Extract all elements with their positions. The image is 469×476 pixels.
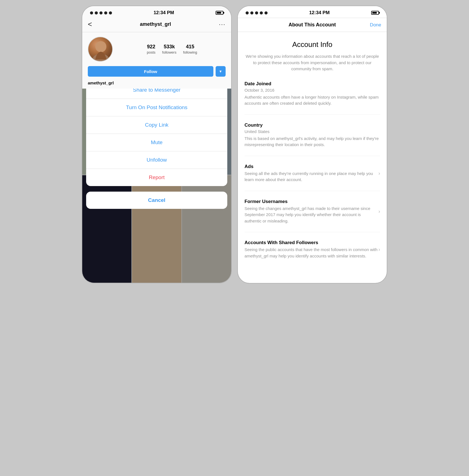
profile-name: amethyst_grl (82, 81, 231, 89)
stat-posts-label: posts (147, 50, 156, 54)
ads-body: Seeing all the ads they're currently run… (245, 171, 378, 183)
former-usernames-row: Former Usernames Seeing the changes amet… (245, 199, 380, 224)
bottom-sheet: About This Account Share to Messenger Tu… (82, 62, 231, 283)
stat-followers-number: 533k (164, 44, 175, 50)
rdot-2 (250, 11, 253, 14)
follow-button[interactable]: Follow (88, 66, 213, 77)
stat-posts: 922 posts (147, 44, 156, 54)
dot-2 (95, 11, 98, 14)
battery-left (216, 11, 223, 15)
info-country: Country United States This is based on a… (245, 122, 380, 156)
signal-dots-right (246, 11, 268, 14)
rdot-1 (246, 11, 249, 14)
battery-fill-left (217, 12, 221, 14)
sheet-item-notifications[interactable]: Turn On Post Notifications (86, 99, 227, 116)
shared-followers-text: Accounts With Shared Followers Seeing th… (245, 240, 378, 259)
date-joined-body: Authentic accounts often have a longer h… (245, 94, 380, 107)
dot-5 (109, 11, 112, 14)
shared-followers-chevron-icon: › (378, 247, 380, 252)
info-former-usernames[interactable]: Former Usernames Seeing the changes amet… (245, 199, 380, 232)
account-info-title: Account Info (245, 40, 380, 49)
ads-chevron-icon: › (378, 171, 380, 176)
right-phone: 12:34 PM About This Account Done Account… (237, 6, 387, 284)
done-button[interactable]: Done (370, 22, 381, 28)
dot-1 (90, 11, 93, 14)
info-shared-followers[interactable]: Accounts With Shared Followers Seeing th… (245, 240, 380, 267)
battery-right (371, 11, 379, 15)
more-button[interactable]: ··· (219, 21, 226, 28)
sheet-cancel: Cancel (86, 192, 227, 209)
stat-followers: 533k followers (162, 44, 176, 54)
date-joined-value: October 3, 2016 (245, 88, 380, 92)
country-body: This is based on amethyst_grl's activity… (245, 136, 380, 148)
sheet-item-unfollow[interactable]: Unfollow (86, 151, 227, 169)
stats-row: 922 posts 533k followers 415 following (118, 44, 226, 54)
battery-icon-left (216, 11, 223, 15)
time-right: 12:34 PM (309, 10, 330, 16)
status-bar-left: 12:34 PM (82, 6, 231, 18)
stat-following: 415 following (183, 44, 197, 54)
shared-followers-row: Accounts With Shared Followers Seeing th… (245, 240, 380, 259)
shared-followers-body: Seeing the public accounts that have the… (245, 247, 378, 259)
back-button[interactable]: < (88, 20, 92, 29)
dropdown-button[interactable]: ▾ (216, 66, 226, 77)
cancel-button[interactable]: Cancel (86, 192, 227, 209)
country-heading: Country (245, 122, 380, 128)
svg-point-0 (95, 41, 106, 52)
stat-followers-label: followers (162, 50, 176, 54)
left-phone: 12:34 PM < amethyst_grl ··· (82, 6, 232, 283)
info-date-joined: Date Joined October 3, 2016 Authentic ac… (245, 81, 380, 115)
avatar-image (88, 37, 112, 61)
dot-3 (99, 11, 103, 14)
avatar (88, 37, 113, 62)
ads-row: Ads Seeing all the ads they're currently… (245, 164, 380, 183)
rdot-5 (265, 11, 268, 14)
ads-heading: Ads (245, 164, 378, 169)
sheet-item-copy-link[interactable]: Copy Link (86, 116, 227, 134)
about-content: Account Info We're showing you informati… (238, 32, 387, 283)
nav-username: amethyst_grl (140, 21, 171, 27)
right-nav-bar: About This Account Done (238, 18, 387, 32)
stat-following-number: 415 (186, 44, 194, 50)
stat-posts-number: 922 (147, 44, 155, 50)
follow-row: Follow ▾ (82, 66, 231, 81)
country-value: United States (245, 129, 380, 134)
sheet-item-report[interactable]: Report (86, 169, 227, 186)
dot-4 (104, 11, 107, 14)
left-nav-bar: < amethyst_grl ··· (82, 18, 231, 32)
signal-dots (90, 11, 112, 14)
about-nav-title: About This Account (289, 22, 336, 28)
rdot-4 (260, 11, 263, 14)
account-info-desc: We're showing you information about acco… (245, 53, 380, 72)
sheet-item-mute[interactable]: Mute (86, 134, 227, 151)
former-usernames-body: Seeing the changes amethyst_grl has made… (245, 206, 378, 224)
former-usernames-heading: Former Usernames (245, 199, 378, 204)
stat-following-label: following (183, 50, 197, 54)
time-left: 12:34 PM (154, 10, 174, 16)
ads-text: Ads Seeing all the ads they're currently… (245, 164, 378, 183)
battery-icon-right (371, 11, 379, 15)
status-bar-right: 12:34 PM (238, 6, 387, 18)
shared-followers-heading: Accounts With Shared Followers (245, 240, 378, 245)
profile-section: 922 posts 533k followers 415 following (82, 32, 231, 66)
info-ads[interactable]: Ads Seeing all the ads they're currently… (245, 164, 380, 191)
avatar-svg (88, 37, 112, 61)
date-joined-heading: Date Joined (245, 81, 380, 87)
rdot-3 (255, 11, 258, 14)
battery-fill-right (372, 12, 377, 14)
former-usernames-chevron-icon: › (378, 209, 380, 214)
former-usernames-text: Former Usernames Seeing the changes amet… (245, 199, 378, 224)
